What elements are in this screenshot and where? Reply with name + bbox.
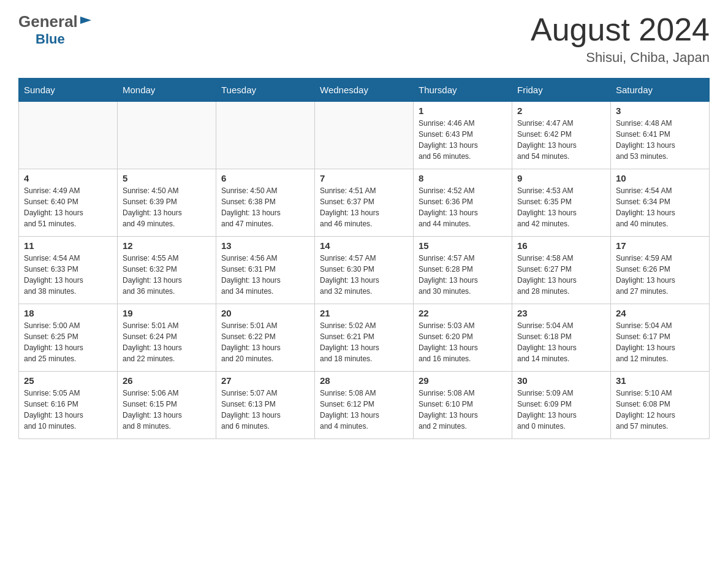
- logo: General Blue: [18, 12, 93, 47]
- calendar-week-2: 4Sunrise: 4:49 AM Sunset: 6:40 PM Daylig…: [19, 169, 710, 237]
- logo-blue-text: Blue: [36, 31, 93, 47]
- day-info: Sunrise: 5:05 AM Sunset: 6:16 PM Dayligh…: [24, 388, 112, 432]
- day-info: Sunrise: 5:01 AM Sunset: 6:22 PM Dayligh…: [221, 320, 309, 364]
- day-number: 16: [517, 240, 605, 251]
- month-title: August 2024: [531, 12, 710, 47]
- calendar-cell: [315, 102, 414, 169]
- calendar-cell: 30Sunrise: 5:09 AM Sunset: 6:09 PM Dayli…: [512, 372, 611, 439]
- day-info: Sunrise: 5:08 AM Sunset: 6:12 PM Dayligh…: [320, 388, 408, 432]
- calendar-cell: 7Sunrise: 4:51 AM Sunset: 6:37 PM Daylig…: [315, 169, 414, 237]
- weekday-header-monday: Monday: [118, 79, 216, 102]
- day-number: 19: [123, 308, 211, 318]
- day-number: 27: [221, 375, 309, 386]
- day-number: 3: [616, 105, 704, 116]
- calendar-week-4: 18Sunrise: 5:00 AM Sunset: 6:25 PM Dayli…: [19, 304, 710, 372]
- day-info: Sunrise: 4:50 AM Sunset: 6:38 PM Dayligh…: [221, 185, 309, 229]
- calendar-cell: 13Sunrise: 4:56 AM Sunset: 6:31 PM Dayli…: [216, 237, 315, 304]
- day-number: 10: [616, 173, 704, 183]
- logo-flag-icon: [79, 15, 93, 29]
- calendar-cell: 11Sunrise: 4:54 AM Sunset: 6:33 PM Dayli…: [19, 237, 118, 304]
- day-info: Sunrise: 4:57 AM Sunset: 6:28 PM Dayligh…: [419, 253, 507, 297]
- calendar-cell: 21Sunrise: 5:02 AM Sunset: 6:21 PM Dayli…: [315, 304, 414, 372]
- day-number: 29: [419, 375, 507, 386]
- day-number: 31: [616, 375, 704, 386]
- day-info: Sunrise: 5:09 AM Sunset: 6:09 PM Dayligh…: [517, 388, 605, 432]
- day-info: Sunrise: 4:52 AM Sunset: 6:36 PM Dayligh…: [419, 185, 507, 229]
- calendar-cell: 4Sunrise: 4:49 AM Sunset: 6:40 PM Daylig…: [19, 169, 118, 237]
- day-info: Sunrise: 4:55 AM Sunset: 6:32 PM Dayligh…: [123, 253, 211, 297]
- calendar-cell: 14Sunrise: 4:57 AM Sunset: 6:30 PM Dayli…: [315, 237, 414, 304]
- day-number: 23: [517, 308, 605, 318]
- calendar-cell: 3Sunrise: 4:48 AM Sunset: 6:41 PM Daylig…: [611, 102, 710, 169]
- day-number: 26: [123, 375, 211, 386]
- day-number: 25: [24, 375, 112, 386]
- weekday-header-saturday: Saturday: [611, 79, 710, 102]
- calendar-cell: 18Sunrise: 5:00 AM Sunset: 6:25 PM Dayli…: [19, 304, 118, 372]
- day-info: Sunrise: 4:53 AM Sunset: 6:35 PM Dayligh…: [517, 185, 605, 229]
- day-info: Sunrise: 4:59 AM Sunset: 6:26 PM Dayligh…: [616, 253, 704, 297]
- calendar-cell: 19Sunrise: 5:01 AM Sunset: 6:24 PM Dayli…: [118, 304, 216, 372]
- calendar-header-row: SundayMondayTuesdayWednesdayThursdayFrid…: [19, 79, 710, 102]
- day-number: 11: [24, 240, 112, 251]
- calendar-cell: 5Sunrise: 4:50 AM Sunset: 6:39 PM Daylig…: [118, 169, 216, 237]
- day-number: 1: [419, 105, 507, 116]
- calendar-cell: 9Sunrise: 4:53 AM Sunset: 6:35 PM Daylig…: [512, 169, 611, 237]
- day-info: Sunrise: 5:07 AM Sunset: 6:13 PM Dayligh…: [221, 388, 309, 432]
- day-info: Sunrise: 4:51 AM Sunset: 6:37 PM Dayligh…: [320, 185, 408, 229]
- day-number: 21: [320, 308, 408, 318]
- weekday-header-friday: Friday: [512, 79, 611, 102]
- weekday-header-thursday: Thursday: [414, 79, 512, 102]
- calendar-cell: 15Sunrise: 4:57 AM Sunset: 6:28 PM Dayli…: [414, 237, 512, 304]
- day-info: Sunrise: 4:56 AM Sunset: 6:31 PM Dayligh…: [221, 253, 309, 297]
- day-number: 5: [123, 173, 211, 183]
- day-number: 9: [517, 173, 605, 183]
- day-info: Sunrise: 5:04 AM Sunset: 6:17 PM Dayligh…: [616, 320, 704, 364]
- day-info: Sunrise: 4:54 AM Sunset: 6:34 PM Dayligh…: [616, 185, 704, 229]
- day-info: Sunrise: 5:10 AM Sunset: 6:08 PM Dayligh…: [616, 388, 704, 432]
- day-number: 28: [320, 375, 408, 386]
- day-number: 6: [221, 173, 309, 183]
- day-number: 7: [320, 173, 408, 183]
- calendar-cell: 26Sunrise: 5:06 AM Sunset: 6:15 PM Dayli…: [118, 372, 216, 439]
- day-number: 14: [320, 240, 408, 251]
- svg-marker-0: [80, 17, 91, 24]
- weekday-header-sunday: Sunday: [19, 79, 118, 102]
- location-text: Shisui, Chiba, Japan: [531, 50, 710, 66]
- day-info: Sunrise: 4:50 AM Sunset: 6:39 PM Dayligh…: [123, 185, 211, 229]
- day-info: Sunrise: 4:48 AM Sunset: 6:41 PM Dayligh…: [616, 118, 704, 162]
- calendar-cell: 20Sunrise: 5:01 AM Sunset: 6:22 PM Dayli…: [216, 304, 315, 372]
- calendar-cell: 1Sunrise: 4:46 AM Sunset: 6:43 PM Daylig…: [414, 102, 512, 169]
- calendar-cell: 24Sunrise: 5:04 AM Sunset: 6:17 PM Dayli…: [611, 304, 710, 372]
- calendar-cell: 25Sunrise: 5:05 AM Sunset: 6:16 PM Dayli…: [19, 372, 118, 439]
- day-info: Sunrise: 5:08 AM Sunset: 6:10 PM Dayligh…: [419, 388, 507, 432]
- day-info: Sunrise: 4:47 AM Sunset: 6:42 PM Dayligh…: [517, 118, 605, 162]
- day-number: 17: [616, 240, 704, 251]
- calendar-week-5: 25Sunrise: 5:05 AM Sunset: 6:16 PM Dayli…: [19, 372, 710, 439]
- day-number: 18: [24, 308, 112, 318]
- calendar-week-1: 1Sunrise: 4:46 AM Sunset: 6:43 PM Daylig…: [19, 102, 710, 169]
- calendar-cell: [19, 102, 118, 169]
- calendar-cell: [216, 102, 315, 169]
- day-number: 24: [616, 308, 704, 318]
- calendar-cell: 2Sunrise: 4:47 AM Sunset: 6:42 PM Daylig…: [512, 102, 611, 169]
- calendar-cell: 27Sunrise: 5:07 AM Sunset: 6:13 PM Dayli…: [216, 372, 315, 439]
- calendar-cell: 23Sunrise: 5:04 AM Sunset: 6:18 PM Dayli…: [512, 304, 611, 372]
- day-number: 30: [517, 375, 605, 386]
- calendar-cell: 12Sunrise: 4:55 AM Sunset: 6:32 PM Dayli…: [118, 237, 216, 304]
- day-info: Sunrise: 5:00 AM Sunset: 6:25 PM Dayligh…: [24, 320, 112, 364]
- calendar-cell: 31Sunrise: 5:10 AM Sunset: 6:08 PM Dayli…: [611, 372, 710, 439]
- day-number: 15: [419, 240, 507, 251]
- calendar-cell: 16Sunrise: 4:58 AM Sunset: 6:27 PM Dayli…: [512, 237, 611, 304]
- title-section: August 2024 Shisui, Chiba, Japan: [531, 12, 710, 66]
- day-number: 22: [419, 308, 507, 318]
- calendar-cell: 28Sunrise: 5:08 AM Sunset: 6:12 PM Dayli…: [315, 372, 414, 439]
- day-number: 4: [24, 173, 112, 183]
- calendar-week-3: 11Sunrise: 4:54 AM Sunset: 6:33 PM Dayli…: [19, 237, 710, 304]
- day-info: Sunrise: 5:01 AM Sunset: 6:24 PM Dayligh…: [123, 320, 211, 364]
- day-info: Sunrise: 4:49 AM Sunset: 6:40 PM Dayligh…: [24, 185, 112, 229]
- day-number: 20: [221, 308, 309, 318]
- day-info: Sunrise: 4:57 AM Sunset: 6:30 PM Dayligh…: [320, 253, 408, 297]
- weekday-header-tuesday: Tuesday: [216, 79, 315, 102]
- calendar-cell: 6Sunrise: 4:50 AM Sunset: 6:38 PM Daylig…: [216, 169, 315, 237]
- calendar-cell: 8Sunrise: 4:52 AM Sunset: 6:36 PM Daylig…: [414, 169, 512, 237]
